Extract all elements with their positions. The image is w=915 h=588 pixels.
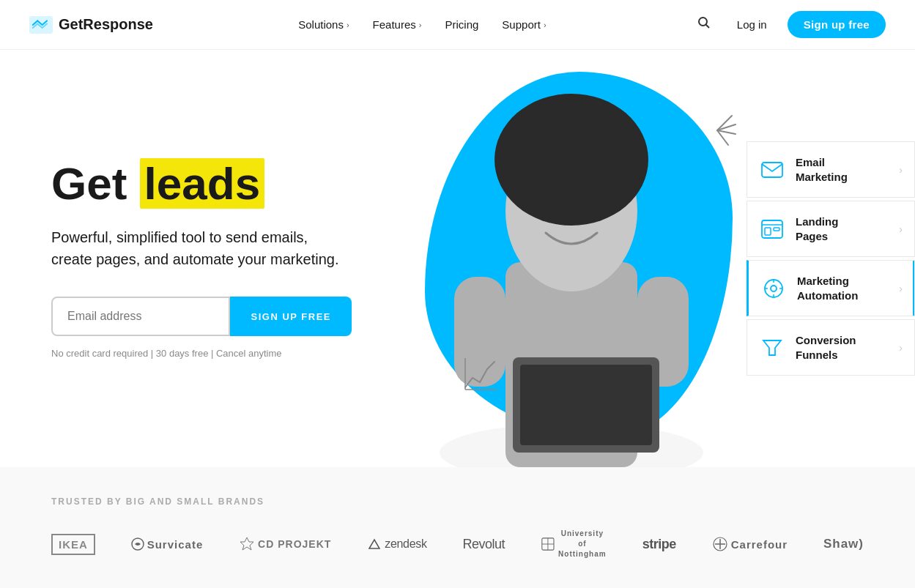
- login-button[interactable]: Log in: [728, 12, 776, 37]
- signup-button[interactable]: Sign up free: [788, 11, 886, 38]
- conversion-funnels-label: ConversionFunnels: [796, 333, 856, 362]
- nav-actions: Log in Sign up free: [692, 10, 886, 39]
- brand-stripe: stripe: [642, 537, 676, 552]
- chevron-icon: ›: [544, 21, 547, 29]
- brand-logos: IKEA Survicate CD PROJEKT zendesk Revolu…: [51, 529, 864, 559]
- navbar: GetResponse Solutions › Features › Prici…: [0, 0, 915, 50]
- nav-solutions[interactable]: Solutions ›: [289, 12, 358, 37]
- svg-marker-28: [763, 340, 781, 355]
- feature-card-email-marketing[interactable]: EmailMarketing ›: [747, 141, 915, 198]
- svg-rect-20: [765, 228, 771, 235]
- hero-title: Get leads: [51, 158, 352, 209]
- deco-lines: [695, 108, 739, 155]
- chevron-right-icon: ›: [899, 342, 903, 354]
- trusted-section: TRUSTED BY BIG AND SMALL BRANDS IKEA Sur…: [0, 467, 915, 588]
- svg-line-2: [705, 25, 709, 29]
- brand-shaw: Shaw): [823, 537, 864, 551]
- svg-point-12: [494, 94, 648, 226]
- nav-support[interactable]: Support ›: [493, 12, 555, 37]
- svg-rect-16: [520, 365, 652, 445]
- search-button[interactable]: [692, 10, 716, 39]
- brand-carrefour: Carrefour: [712, 536, 788, 552]
- logo-label: GetResponse: [59, 16, 153, 33]
- feature-cards: EmailMarketing › LandingPages › Marketin…: [747, 141, 915, 376]
- hero-signup-button[interactable]: SIGN UP FREE: [230, 297, 352, 336]
- funnel-icon: [759, 335, 785, 361]
- brand-nottingham: University ofNottingham: [541, 529, 607, 559]
- hero-subtitle: Powerful, simplified tool to send emails…: [51, 226, 352, 270]
- email-input[interactable]: [51, 297, 230, 336]
- feature-card-conversion-funnels[interactable]: ConversionFunnels ›: [747, 319, 915, 376]
- brand-ikea: IKEA: [51, 534, 95, 555]
- hero-content: Get leads Powerful, simplified tool to s…: [0, 50, 381, 467]
- hero-section: Get leads Powerful, simplified tool to s…: [0, 50, 915, 467]
- svg-rect-17: [762, 163, 782, 177]
- feature-card-marketing-automation[interactable]: MarketingAutomation ›: [747, 260, 915, 316]
- chevron-right-icon: ›: [899, 164, 903, 176]
- chevron-right-icon: ›: [899, 283, 903, 294]
- brand-survicate: Survicate: [131, 537, 204, 551]
- svg-rect-21: [774, 228, 779, 231]
- feature-card-landing-pages[interactable]: LandingPages ›: [747, 201, 915, 257]
- email-marketing-label: EmailMarketing: [796, 155, 848, 184]
- svg-point-23: [771, 286, 777, 291]
- hero-note: No credit card required | 30 days free |…: [51, 348, 352, 359]
- hero-highlight: leads: [140, 158, 265, 209]
- chevron-right-icon: ›: [899, 223, 903, 235]
- hero-image: [410, 72, 733, 467]
- chevron-icon: ›: [419, 21, 422, 29]
- automation-icon: [760, 275, 787, 302]
- logo[interactable]: GetResponse: [29, 16, 153, 34]
- trusted-label: TRUSTED BY BIG AND SMALL BRANDS: [51, 496, 864, 507]
- marketing-automation-label: MarketingAutomation: [797, 274, 858, 302]
- chevron-icon: ›: [347, 21, 349, 29]
- landing-pages-label: LandingPages: [796, 215, 838, 243]
- hero-form: SIGN UP FREE: [51, 297, 352, 336]
- nav-pricing[interactable]: Pricing: [436, 12, 487, 37]
- nav-features[interactable]: Features ›: [364, 12, 431, 37]
- brand-cdprojekt: CD PROJEKT: [239, 536, 331, 552]
- landing-pages-icon: [759, 216, 785, 242]
- brand-revolut: Revolut: [463, 537, 505, 552]
- nav-links: Solutions › Features › Pricing Support ›: [289, 12, 555, 37]
- svg-point-1: [699, 18, 707, 26]
- deco-chart: [462, 354, 498, 394]
- brand-zendesk: zendesk: [367, 537, 427, 551]
- email-icon: [759, 157, 785, 183]
- hero-visual: EmailMarketing › LandingPages › Marketin…: [381, 50, 915, 467]
